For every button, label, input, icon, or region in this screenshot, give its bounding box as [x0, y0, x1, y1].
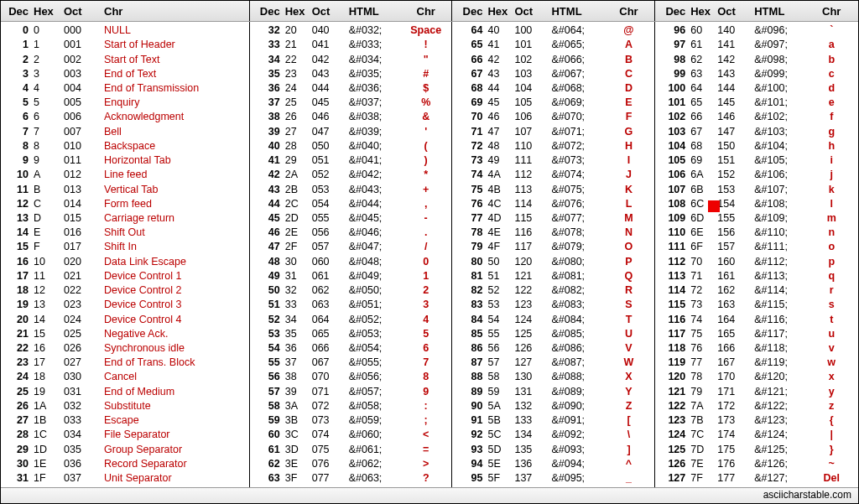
cell-dec: 42 [250, 168, 284, 182]
cell-chr: a [810, 38, 853, 52]
cell-oct: 040 [310, 23, 347, 38]
cell-oct: 170 [716, 370, 752, 384]
table-header: Dec Hex Oct Chr Dec Hex Oct HTML Chr Dec… [1, 1, 858, 22]
table-row: 1096D155&#109;m [655, 211, 858, 226]
cell-chr: " [404, 53, 448, 67]
cell-html: &#034; [347, 53, 404, 67]
cell-chr: 7 [404, 356, 448, 370]
cell-html: &#126; [752, 457, 810, 471]
cell-oct: 166 [716, 341, 752, 356]
cell-dec: 38 [250, 110, 284, 124]
cell-dec: 77 [452, 211, 486, 226]
cell-oct: 076 [310, 457, 347, 471]
cell-oct: 114 [513, 197, 549, 211]
cell-oct: 132 [513, 399, 549, 413]
table-row: 472F057&#047;/ [250, 240, 452, 254]
footer-credit: asciicharstable.com [1, 487, 858, 503]
cell-html: &#033; [347, 38, 404, 52]
cell-chr: / [404, 240, 448, 254]
cell-dec: 90 [452, 399, 486, 413]
cell-hex: 12 [32, 283, 62, 298]
table-row: 1711021Device Control 1 [1, 269, 249, 283]
table-row: 1257D175&#125;} [655, 442, 858, 456]
cell-hex: 4E [486, 226, 513, 240]
cell-chr: , [404, 197, 448, 211]
col-oct: Oct [513, 5, 549, 18]
cell-oct: 100 [513, 23, 549, 38]
cell-hex: 23 [284, 67, 310, 81]
cell-chr: q [810, 269, 853, 283]
cell-hex: 29 [284, 153, 310, 168]
cell-hex: 4 [32, 81, 62, 96]
cell-html: &#089; [549, 385, 607, 399]
table-row: 8252122&#082;R [452, 283, 654, 298]
cell-html: &#074; [549, 168, 607, 182]
cell-oct: 167 [716, 356, 752, 370]
cell-oct: 043 [310, 67, 347, 81]
cell-oct: 013 [62, 183, 99, 197]
cell-chr: Y [607, 385, 650, 399]
cell-chr: End of Medium [99, 385, 249, 399]
cell-chr: i [810, 153, 853, 168]
cell-hex: 35 [284, 327, 310, 341]
table-row: 9862142&#098;b [655, 52, 858, 66]
cell-html: &#085; [549, 327, 607, 341]
cell-dec: 52 [250, 313, 284, 327]
cell-oct: 173 [716, 413, 752, 428]
cell-chr: V [607, 341, 650, 356]
cell-hex: 3B [284, 413, 310, 428]
table-row: 6440100&#064;@ [452, 23, 654, 38]
cell-dec: 93 [452, 443, 486, 457]
cell-chr: % [404, 96, 448, 110]
cell-html: &#125; [752, 443, 810, 457]
cell-html: &#102; [752, 110, 810, 124]
cell-oct: 174 [716, 428, 752, 442]
cell-html: &#107; [752, 183, 810, 197]
cell-chr: o [810, 240, 853, 254]
cell-chr: 8 [404, 370, 448, 384]
cell-oct: 106 [513, 110, 549, 124]
cell-dec: 54 [250, 341, 284, 356]
cell-oct: 052 [310, 168, 347, 182]
cell-html: &#077; [549, 211, 607, 226]
cell-oct: 005 [62, 96, 99, 110]
cell-dec: 57 [250, 385, 284, 399]
cell-dec: 49 [250, 269, 284, 283]
col-html: HTML [347, 5, 404, 18]
cell-chr: I [607, 153, 650, 168]
cell-hex: 2E [284, 226, 310, 240]
cell-dec: 117 [655, 327, 689, 341]
cell-hex: 9 [32, 153, 62, 168]
cell-oct: 047 [310, 125, 347, 139]
cell-dec: 60 [250, 428, 284, 442]
cell-chr: 0 [404, 255, 448, 269]
cell-oct: 112 [513, 168, 549, 182]
cell-oct: 062 [310, 283, 347, 298]
cell-chr: M [607, 211, 650, 226]
table-row: 66006Acknowledgment [1, 110, 249, 124]
cell-hex: 20 [284, 23, 310, 38]
cell-chr: l [810, 197, 853, 211]
cell-dec: 70 [452, 110, 486, 124]
header-pane-4: Dec Hex Oct HTML Chr [655, 1, 858, 21]
cell-dec: 55 [250, 356, 284, 370]
cell-hex: 2F [284, 240, 310, 254]
cell-oct: 045 [310, 96, 347, 110]
cell-html: &#104; [752, 139, 810, 153]
cell-chr: | [810, 428, 853, 442]
cell-html: &#055; [347, 356, 404, 370]
table-row: 2216026Synchronous idle [1, 341, 249, 356]
cell-chr: End of Text [99, 67, 249, 81]
cell-hex: 1A [32, 399, 62, 413]
cell-oct: 022 [62, 283, 99, 298]
cell-dec: 101 [655, 96, 689, 110]
cell-dec: 72 [452, 139, 486, 153]
cell-oct: 025 [62, 327, 99, 341]
cell-oct: 160 [716, 255, 752, 269]
cell-dec: 89 [452, 385, 486, 399]
cell-dec: 92 [452, 428, 486, 442]
cell-html: &#109; [752, 211, 810, 226]
cell-chr: z [810, 399, 853, 413]
table-row: 583A072&#058;: [250, 399, 452, 413]
table-row: 10266146&#102;f [655, 110, 858, 124]
